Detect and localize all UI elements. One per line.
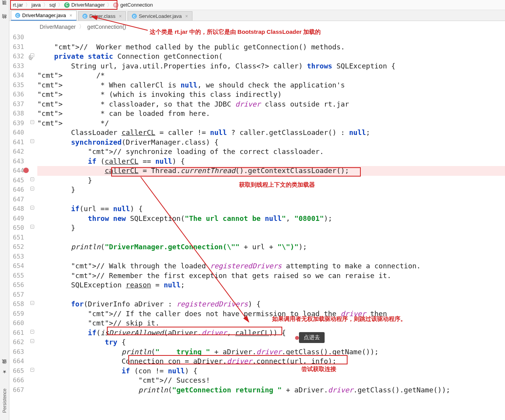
annotation-text: 尝试获取连接 [301,366,336,373]
breadcrumb-method[interactable]: mgetConnection [111,2,156,8]
toolwindow-favorites[interactable]: ★ 收藏 [1,368,8,374]
annotation-text: 获取到线程上下文的类加载器 [239,181,315,189]
breadcrumb-java[interactable]: java [30,2,44,8]
breadcrumb-rt-jar[interactable]: rt.jar [11,2,26,8]
annotation-text: 这个类是 rt.jar 中的，所以它是由 Bootstrap ClassLoad… [150,28,321,36]
annotation-box [128,355,348,364]
annotation-box [111,167,361,177]
sub-bc-class[interactable]: DriverManager [40,24,76,30]
gutter-icons: @−−−−−−−−−−− [28,33,37,420]
chevron-right-icon: 〉 [79,23,84,30]
left-toolbar: 项目 结构 ★ 收藏 Persistence [0,0,9,420]
toolwindow-persistence[interactable]: Persistence [2,388,7,413]
annotation-box [107,327,282,335]
annotation-text: 如果调用者无权加载驱动程序，则跳过该驱动程序。 [272,315,406,323]
close-icon[interactable]: × [70,13,72,18]
tooltip: 点进去 [299,332,325,343]
breakpoint-icon[interactable] [23,168,29,173]
class-icon: C [64,2,70,8]
method-icon: m [113,2,119,8]
line-number-gutter: 6306316326336346356366376386396406416426… [9,33,28,420]
breadcrumb-class[interactable]: CDriverManager [62,2,108,8]
breadcrumb-sql[interactable]: sql [47,2,59,8]
tab-service-loader[interactable]: CServiceLoader.java× [128,11,192,21]
class-icon: C [132,14,137,19]
sub-bc-method[interactable]: getConnection() [87,24,126,30]
editor-tabs: CDriverManager.java× CDriver.class× CSer… [9,10,505,21]
class-icon: C [15,13,20,18]
tab-driver-class[interactable]: CDriver.class× [78,11,126,21]
tab-driver-manager[interactable]: CDriverManager.java× [11,10,77,21]
close-icon[interactable]: × [185,14,188,19]
close-icon[interactable]: × [119,14,122,19]
breadcrumb: rt.jar 〉 java 〉 sql 〉 CDriverManager 〉 m… [9,0,505,10]
class-icon: C [82,14,87,19]
